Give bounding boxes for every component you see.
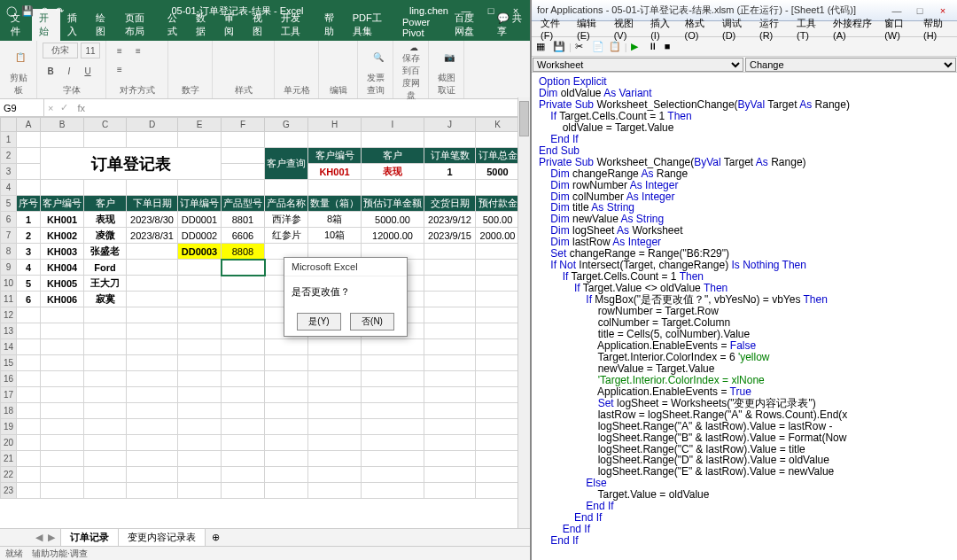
cell[interactable]	[178, 371, 222, 387]
cell[interactable]	[424, 339, 476, 355]
code-line[interactable]: Target.Interior.ColorIndex = 6 'yellow	[539, 352, 950, 363]
cell[interactable]	[265, 387, 308, 403]
cell[interactable]	[362, 339, 424, 355]
table-cell[interactable]: 2023/8/30	[127, 212, 178, 228]
cell[interactable]	[41, 387, 84, 403]
cell[interactable]	[222, 323, 265, 339]
ribbon-tab-9[interactable]: 开发工具	[274, 9, 316, 41]
cell[interactable]	[476, 419, 520, 435]
col-header[interactable]: H	[308, 118, 362, 132]
cell[interactable]	[308, 467, 362, 483]
table-cell[interactable]: 5000.00	[362, 212, 424, 228]
table-cell[interactable]	[178, 260, 222, 276]
cell[interactable]	[476, 180, 520, 196]
cell[interactable]	[178, 403, 222, 419]
cell[interactable]	[222, 403, 265, 419]
cell[interactable]	[265, 451, 308, 467]
vba-menu-6[interactable]: 运行(R)	[754, 17, 790, 41]
tab-nav-prev[interactable]: ◀	[35, 532, 43, 543]
cell[interactable]	[222, 339, 265, 355]
vba-maximize-button[interactable]: □	[911, 5, 929, 16]
row-header[interactable]: 15	[1, 355, 17, 371]
table-cell[interactable]: 2023/8/31	[127, 228, 178, 244]
cell[interactable]	[476, 467, 520, 483]
cell[interactable]	[84, 419, 127, 435]
table-cell[interactable]: 2023/9/12	[424, 212, 476, 228]
cell[interactable]	[476, 339, 520, 355]
cell[interactable]	[84, 435, 127, 451]
col-header[interactable]	[1, 118, 17, 132]
dialog-yes-button[interactable]: 是(Y)	[297, 313, 341, 331]
vba-object-select[interactable]: Worksheet	[533, 58, 743, 72]
font-name[interactable]: 仿宋	[43, 43, 78, 58]
col-header[interactable]: A	[17, 118, 41, 132]
cell[interactable]	[424, 180, 476, 196]
cell[interactable]	[265, 180, 308, 196]
cell[interactable]	[127, 419, 178, 435]
undo-icon[interactable]: ↶	[37, 4, 50, 17]
vba-menu-1[interactable]: 编辑(E)	[572, 17, 607, 41]
code-line[interactable]: Dim changeRange As Range	[539, 168, 950, 180]
col-header[interactable]: I	[362, 118, 424, 132]
cell[interactable]	[424, 435, 476, 451]
vba-run-icon[interactable]: ▶	[630, 40, 644, 54]
code-line[interactable]: If Target.Cells.Count = 1 Then	[539, 111, 950, 122]
vertical-scrollbar[interactable]	[517, 97, 530, 528]
cell[interactable]	[476, 355, 520, 371]
col-header[interactable]: G	[265, 118, 308, 132]
row-header[interactable]: 16	[1, 371, 17, 387]
font-size[interactable]: 11	[81, 43, 100, 58]
code-line[interactable]: End If	[539, 512, 950, 524]
code-line[interactable]: oldValue = Target.Value	[539, 122, 950, 134]
query-value[interactable]: KH001	[308, 164, 362, 180]
cell[interactable]	[265, 435, 308, 451]
row-header[interactable]: 12	[1, 307, 17, 323]
cell[interactable]	[476, 435, 520, 451]
table-cell[interactable]	[424, 292, 476, 307]
align-center-icon[interactable]: ≡	[130, 43, 146, 58]
cell[interactable]	[265, 403, 308, 419]
cell[interactable]	[476, 323, 520, 339]
ribbon-tab-6[interactable]: 数据	[189, 9, 217, 41]
cell[interactable]	[84, 467, 127, 483]
cell[interactable]	[222, 451, 265, 467]
col-header[interactable]: B	[41, 118, 84, 132]
cell[interactable]	[362, 355, 424, 371]
vba-copy-icon[interactable]: 📄	[591, 40, 605, 54]
enter-icon[interactable]: ✓	[57, 102, 72, 113]
cell[interactable]	[41, 132, 84, 148]
cell[interactable]	[362, 403, 424, 419]
col-header[interactable]: F	[222, 118, 265, 132]
cell[interactable]	[178, 451, 222, 467]
vba-menu-4[interactable]: 格式(O)	[680, 17, 715, 41]
cell[interactable]	[17, 387, 41, 403]
cell[interactable]	[362, 467, 424, 483]
table-cell[interactable]	[127, 244, 178, 260]
table-cell[interactable]	[222, 276, 265, 292]
cell[interactable]	[41, 403, 84, 419]
cell[interactable]	[308, 339, 362, 355]
query-value[interactable]: 5000	[476, 164, 520, 180]
cell[interactable]	[127, 451, 178, 467]
cell[interactable]	[265, 467, 308, 483]
save-icon[interactable]: 💾	[21, 4, 34, 17]
cell[interactable]	[222, 371, 265, 387]
cell[interactable]	[17, 419, 41, 435]
cell[interactable]	[178, 483, 222, 499]
code-line[interactable]: Set logSheet = Worksheets("变更内容记录表")	[539, 398, 950, 409]
fx-icon[interactable]: fx	[72, 103, 90, 113]
cell[interactable]	[84, 180, 127, 196]
cell[interactable]	[17, 435, 41, 451]
vba-break-icon[interactable]: ⏸	[647, 40, 661, 54]
table-cell[interactable]	[424, 276, 476, 292]
table-cell[interactable]: 寂寞	[84, 292, 127, 307]
vba-paste-icon[interactable]: 📋	[608, 40, 622, 54]
table-cell[interactable]	[476, 244, 520, 260]
cell[interactable]	[362, 371, 424, 387]
cell[interactable]	[41, 451, 84, 467]
cell[interactable]	[17, 371, 41, 387]
ribbon-tab-7[interactable]: 审阅	[217, 9, 245, 41]
cell[interactable]	[41, 323, 84, 339]
table-cell[interactable]: 8808	[222, 244, 265, 260]
cell[interactable]	[424, 451, 476, 467]
